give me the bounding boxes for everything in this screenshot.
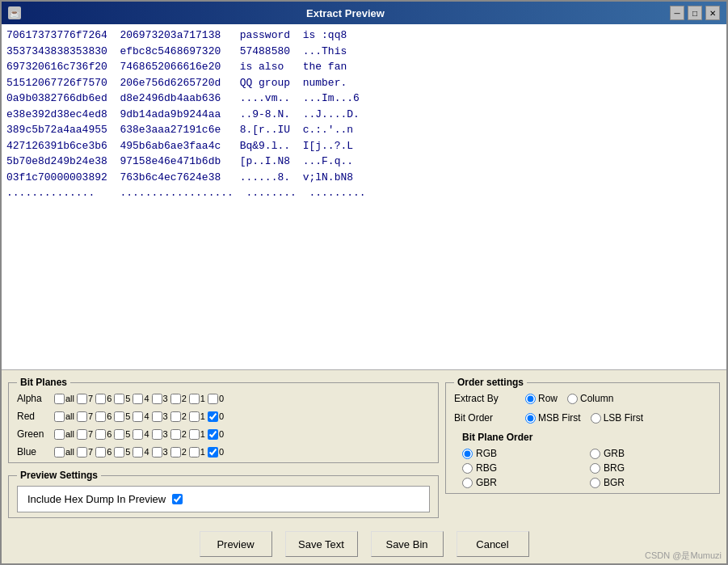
rbg-radio[interactable] (462, 463, 473, 474)
red-3-check[interactable] (152, 411, 162, 422)
watermark: CSDN @是Mumuzi (645, 550, 722, 562)
save-text-button[interactable]: Save Text (285, 531, 358, 557)
lsb-radio[interactable] (591, 413, 601, 424)
lsb-first-option: LSB First (591, 412, 643, 424)
green-3-check[interactable] (152, 429, 162, 440)
bit-plane-order-title: Bit Plane Order (462, 432, 711, 443)
lsb-label: LSB First (604, 412, 643, 424)
preview-line: 5b70e8d249b24e38 97158e46e471b6db [p..I.… (6, 154, 722, 170)
alpha-2-check[interactable] (170, 394, 181, 404)
green-0-check[interactable] (208, 429, 218, 440)
order-settings-fieldset: Order settings Extract By Row Column (445, 377, 720, 494)
green-1-check[interactable] (189, 429, 200, 440)
red-row: Red all 7 6 5 4 3 2 1 0 (17, 411, 430, 422)
window-title: Extract Preview (21, 7, 670, 19)
green-6-check[interactable] (95, 429, 106, 440)
gbr-radio[interactable] (462, 478, 473, 488)
preview-line: 0a9b0382766db6ed d8e2496db4aab636 ....vm… (6, 91, 722, 107)
alpha-3-check[interactable] (152, 394, 162, 404)
blue-0-check[interactable] (208, 447, 218, 457)
red-7-check[interactable] (77, 411, 87, 422)
preview-line: 389c5b72a4aa4955 638e3aaa27191c6e 8.[r..… (6, 122, 722, 138)
red-label: Red (17, 411, 51, 422)
bgr-radio[interactable] (590, 478, 600, 488)
column-label: Column (580, 393, 613, 404)
blue-2-check[interactable] (170, 447, 181, 457)
msb-first-option: MSB First (525, 412, 581, 424)
red-1-check[interactable] (189, 411, 200, 422)
alpha-7-check[interactable] (77, 394, 87, 404)
bgr-option: BGR (590, 477, 711, 488)
save-bin-button[interactable]: Save Bin (371, 531, 444, 557)
preview-line: 697320616c736f20 7468652066616e20 is als… (6, 59, 722, 75)
preview-settings-fieldset: Preview Settings Include Hex Dump In Pre… (8, 470, 439, 518)
lower-section: Bit Planes Alpha all 7 6 5 4 3 2 1 0 (2, 370, 726, 525)
red-0-check[interactable] (208, 411, 218, 422)
extract-by-options: Row Column (525, 393, 613, 404)
preview-line: .............. .................. ......… (6, 185, 722, 201)
preview-line: e38e392d38ec4ed8 9db14ada9b9244aa ..9-8.… (6, 107, 722, 123)
grb-radio[interactable] (590, 449, 600, 459)
blue-1-check[interactable] (189, 447, 200, 457)
minimize-button[interactable]: ─ (670, 6, 684, 20)
preview-line: 03f1c70000003892 763b6c4ec7624e38 ......… (6, 170, 722, 186)
blue-4-check[interactable] (133, 447, 143, 457)
rgb-radio[interactable] (462, 449, 473, 459)
green-5-check[interactable] (114, 429, 124, 440)
red-4-check[interactable] (133, 411, 143, 422)
bit-order-options: MSB First LSB First (525, 412, 643, 424)
row-option: Row (525, 393, 558, 404)
preview-button[interactable]: Preview (200, 531, 272, 557)
gbr-label: GBR (476, 477, 497, 488)
buttons-row: Preview Save Text Save Bin Cancel (2, 525, 726, 563)
blue-row: Blue all 7 6 5 4 3 2 1 0 (17, 446, 430, 457)
grb-option: GRB (590, 448, 711, 459)
rgb-label: RGB (476, 448, 497, 459)
msb-radio[interactable] (525, 413, 536, 424)
grb-label: GRB (604, 448, 625, 459)
blue-7-check[interactable] (77, 447, 87, 457)
alpha-row: Alpha all 7 6 5 4 3 2 1 0 (17, 393, 430, 404)
left-panel: Bit Planes Alpha all 7 6 5 4 3 2 1 0 (8, 377, 439, 518)
alpha-1-check[interactable] (189, 394, 200, 404)
green-row: Green all 7 6 5 4 3 2 1 0 (17, 428, 430, 440)
bit-order-row: Bit Order MSB First LSB First (454, 412, 711, 424)
window-controls: ─ □ ✕ (670, 6, 720, 20)
blue-all-check[interactable] (54, 447, 65, 457)
preview-settings-inner: Include Hex Dump In Preview (17, 486, 430, 512)
red-2-check[interactable] (170, 411, 181, 422)
alpha-0-check[interactable] (208, 394, 218, 404)
alpha-checks: all 7 6 5 4 3 2 1 0 (54, 394, 224, 404)
row-radio[interactable] (525, 394, 536, 404)
red-5-check[interactable] (114, 411, 124, 422)
maximize-button[interactable]: □ (688, 6, 702, 20)
green-4-check[interactable] (133, 429, 143, 440)
green-all-check[interactable] (54, 429, 65, 440)
red-all-check[interactable] (54, 411, 65, 422)
green-7-check[interactable] (77, 429, 87, 440)
preview-line: 3537343838353830 efbc8c5468697320 574885… (6, 44, 722, 60)
alpha-4-check[interactable] (133, 394, 143, 404)
extract-by-row: Extract By Row Column (454, 393, 711, 404)
rbg-label: RBG (476, 462, 497, 474)
alpha-6-check[interactable] (95, 394, 106, 404)
blue-6-check[interactable] (95, 447, 106, 457)
column-option: Column (567, 393, 613, 404)
cancel-button[interactable]: Cancel (457, 531, 529, 557)
include-hex-check[interactable] (172, 494, 183, 504)
blue-3-check[interactable] (152, 447, 162, 457)
brg-radio[interactable] (590, 463, 600, 474)
brg-label: BRG (604, 462, 625, 474)
preview-area[interactable]: 70617373776f7264 206973203a717138 passwo… (2, 24, 726, 370)
close-button[interactable]: ✕ (705, 6, 720, 20)
green-2-check[interactable] (170, 429, 181, 440)
column-radio[interactable] (567, 394, 578, 404)
blue-5-check[interactable] (114, 447, 124, 457)
bit-planes-title: Bit Planes (17, 377, 70, 388)
alpha-5-check[interactable] (114, 394, 124, 404)
blue-label: Blue (17, 446, 51, 457)
preview-settings-title: Preview Settings (17, 470, 101, 481)
title-bar: ☕ Extract Preview ─ □ ✕ (2, 2, 726, 24)
red-6-check[interactable] (95, 411, 106, 422)
alpha-all-check[interactable] (54, 394, 65, 404)
